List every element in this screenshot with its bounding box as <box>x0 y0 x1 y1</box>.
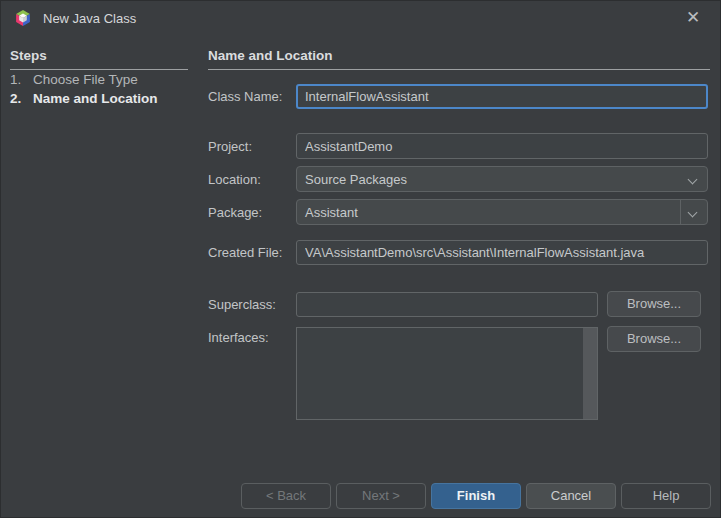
class-name-input[interactable] <box>296 84 708 109</box>
title-bar: New Java Class ✕ <box>0 0 721 36</box>
wizard-button-bar: < Back Next > Finish Cancel Help <box>241 483 711 509</box>
page-title: Name and Location <box>208 48 710 70</box>
superclass-input[interactable] <box>296 292 598 317</box>
created-file-input[interactable] <box>296 240 708 265</box>
interfaces-list[interactable] <box>296 327 598 420</box>
step-number: 1. <box>10 70 33 89</box>
step-label: Name and Location <box>33 89 158 108</box>
location-dropdown[interactable]: Source Packages <box>296 166 708 192</box>
superclass-browse-button[interactable]: Browse... <box>607 291 701 317</box>
step-item-name-and-location: 2. Name and Location <box>10 89 188 108</box>
package-combobox[interactable]: Assistant <box>296 199 708 225</box>
chevron-down-icon <box>689 176 697 184</box>
cancel-button[interactable]: Cancel <box>526 483 616 509</box>
package-selected-value: Assistant <box>305 205 358 220</box>
location-label: Location: <box>208 166 294 192</box>
superclass-label: Superclass: <box>208 292 294 317</box>
help-button[interactable]: Help <box>621 483 711 509</box>
steps-header: Steps <box>10 48 188 70</box>
interfaces-scrollbar[interactable] <box>583 328 597 419</box>
class-name-label: Class Name: <box>208 84 294 109</box>
chevron-down-icon <box>689 209 697 217</box>
interfaces-label: Interfaces: <box>208 330 294 345</box>
location-selected-value: Source Packages <box>305 172 407 187</box>
finish-button[interactable]: Finish <box>431 483 521 509</box>
interfaces-browse-button[interactable]: Browse... <box>607 326 701 352</box>
created-file-label: Created File: <box>208 240 296 265</box>
step-label: Choose File Type <box>33 70 138 89</box>
next-button[interactable]: Next > <box>336 483 426 509</box>
steps-panel: Steps 1. Choose File Type 2. Name and Lo… <box>10 48 188 108</box>
close-icon[interactable]: ✕ <box>681 6 705 30</box>
step-item-choose-file-type: 1. Choose File Type <box>10 70 188 89</box>
package-label: Package: <box>208 199 294 225</box>
project-label: Project: <box>208 133 294 159</box>
netbeans-cube-icon <box>14 9 32 27</box>
project-input[interactable] <box>296 133 708 159</box>
window-title: New Java Class <box>43 11 136 26</box>
step-number: 2. <box>10 89 33 108</box>
back-button[interactable]: < Back <box>241 483 331 509</box>
new-java-class-dialog: { "window": { "title": "New Java Class",… <box>0 0 721 518</box>
combo-divider <box>680 200 681 224</box>
